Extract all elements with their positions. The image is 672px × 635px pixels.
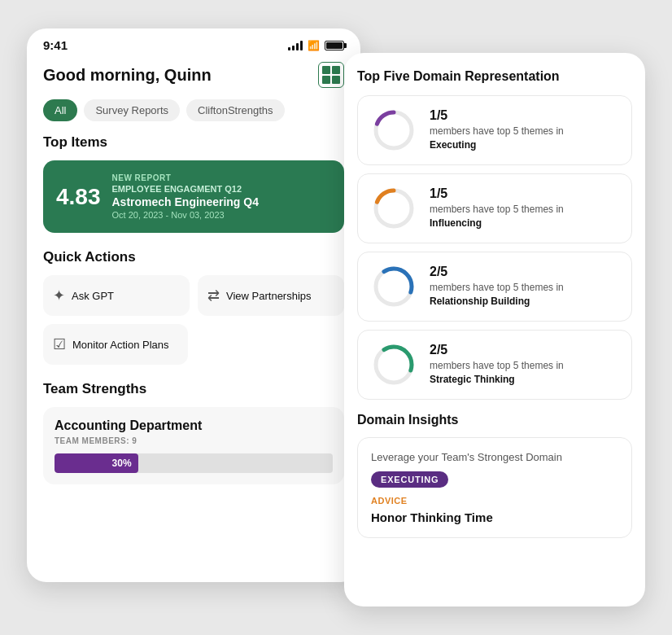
domain-desc-strategic: members have top 5 themes in Strategic T… (430, 359, 618, 387)
mobile-content: Good morning, Quinn All Survey Reports C… (27, 55, 360, 576)
donut-influencing (371, 186, 417, 231)
domain-card-influencing: 1/5 members have top 5 themes in Influen… (357, 173, 632, 243)
report-info: NEW REPORT EMPLOYEE ENGAGMENT Q12 Astrom… (112, 173, 259, 220)
team-strengths-title: Team Strengths (43, 381, 344, 397)
domain-text-executing: 1/5 members have top 5 themes in Executi… (430, 108, 618, 152)
greeting-text: Good morning, Quinn (43, 66, 212, 85)
executing-badge: EXECUTING (371, 471, 448, 488)
quick-actions-title: Quick Actions (43, 249, 344, 265)
insight-card: Leverage your Team's Strongest Domain EX… (357, 437, 632, 538)
view-partnerships-label: View Partnerships (226, 290, 312, 302)
ask-gpt-button[interactable]: ✦ Ask GPT (43, 275, 190, 316)
monitor-action-plans-icon: ☑ (53, 335, 66, 353)
donut-executing (371, 107, 417, 153)
advice-label: ADVICE (371, 496, 618, 506)
domain-desc-relationship: members have top 5 themes in Relationshi… (430, 281, 618, 309)
team-name: Accounting Department (55, 418, 333, 433)
donut-relationship (371, 264, 417, 309)
domain-desc-influencing: members have top 5 themes in Influencing (430, 203, 618, 230)
team-strengths-section: Team Strengths Accounting Department TEA… (43, 381, 344, 484)
domain-card-strategic: 2/5 members have top 5 themes in Strateg… (357, 330, 632, 400)
insights-title: Domain Insights (357, 413, 632, 427)
domain-text-strategic: 2/5 members have top 5 themes in Strateg… (430, 343, 618, 387)
report-date: Oct 20, 2023 - Nov 03, 2023 (112, 210, 259, 220)
monitor-action-plans-label: Monitor Action Plans (72, 339, 169, 351)
advice-title: Honor Thinking Time (371, 510, 618, 524)
monitor-action-plans-button[interactable]: ☑ Monitor Action Plans (43, 324, 188, 365)
report-type: EMPLOYEE ENGAGMENT Q12 (112, 184, 259, 194)
domain-text-influencing: 1/5 members have top 5 themes in Influen… (430, 186, 618, 230)
team-members-label: TEAM MEMBERS: 9 (55, 436, 333, 445)
report-tag: NEW REPORT (112, 173, 259, 182)
report-card[interactable]: 4.83 NEW REPORT EMPLOYEE ENGAGMENT Q12 A… (43, 160, 344, 233)
insight-subtitle: Leverage your Team's Strongest Domain (371, 451, 618, 463)
ask-gpt-label: Ask GPT (72, 290, 114, 302)
domain-card-executing: 1/5 members have top 5 themes in Executi… (357, 95, 632, 165)
qr-icon[interactable] (318, 62, 344, 88)
domain-desc-executing: members have top 5 themes in Executing (430, 125, 618, 152)
progress-bar: 30% (55, 453, 333, 473)
domain-fraction-influencing: 1/5 (430, 186, 618, 201)
tab-all[interactable]: All (43, 99, 77, 121)
domain-fraction-executing: 1/5 (430, 108, 618, 123)
tab-survey-reports[interactable]: Survey Reports (84, 99, 180, 121)
domain-fraction-relationship: 2/5 (430, 265, 618, 279)
team-card: Accounting Department TEAM MEMBERS: 9 30… (43, 407, 344, 484)
view-partnerships-icon: ⇄ (207, 287, 220, 304)
view-partnerships-button[interactable]: ⇄ View Partnerships (198, 275, 344, 316)
signal-icon (288, 41, 303, 50)
status-icons: 📶 (288, 40, 344, 51)
battery-icon (325, 41, 344, 50)
mobile-card: 9:41 📶 Good morning, Quinn (27, 28, 360, 582)
domain-text-relationship: 2/5 members have top 5 themes in Relatio… (430, 265, 618, 309)
progress-bar-fill: 30% (55, 453, 138, 473)
ask-gpt-icon: ✦ (53, 287, 65, 304)
status-bar: 9:41 📶 (27, 28, 360, 55)
filter-tabs: All Survey Reports CliftonStrengths (43, 99, 344, 121)
domain-card-relationship: 2/5 members have top 5 themes in Relatio… (357, 252, 632, 322)
right-panel: Top Five Domain Representation 1/5 membe… (344, 53, 645, 607)
report-name: Astromech Engineering Q4 (112, 195, 259, 208)
quick-actions-grid: ✦ Ask GPT ⇄ View Partnerships (43, 275, 344, 316)
wifi-icon: 📶 (308, 40, 320, 51)
top-items-title: Top Items (43, 134, 344, 151)
donut-strategic (371, 342, 417, 388)
domain-fraction-strategic: 2/5 (430, 343, 618, 357)
tab-clifton-strengths[interactable]: CliftonStrengths (186, 99, 285, 121)
panel-title: Top Five Domain Representation (357, 69, 632, 84)
report-score: 4.83 (56, 184, 101, 210)
status-time: 9:41 (43, 38, 68, 52)
greeting-row: Good morning, Quinn (43, 62, 344, 88)
progress-label: 30% (112, 458, 132, 469)
